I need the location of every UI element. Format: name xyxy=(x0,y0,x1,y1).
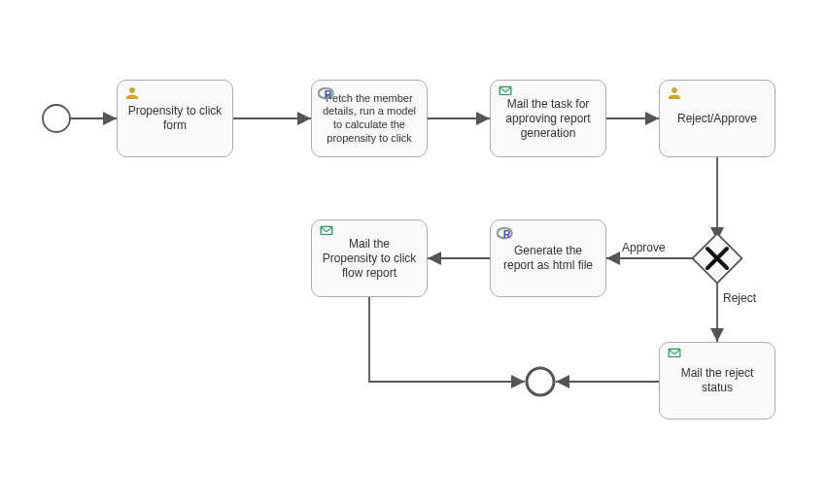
task-fetch-model[interactable]: R Fetch the member details, run a model … xyxy=(311,80,428,157)
svg-text:R: R xyxy=(325,88,332,100)
exclusive-gateway xyxy=(693,234,742,284)
user-icon xyxy=(666,84,683,102)
svg-rect-15 xyxy=(321,226,332,234)
task-label: Propensity to click form xyxy=(125,104,224,133)
svg-text:R: R xyxy=(503,228,511,240)
task-label: Generate the report as html file xyxy=(499,244,598,273)
task-label: Mail the reject status xyxy=(668,366,767,395)
task-generate-report[interactable]: R Generate the report as html file xyxy=(490,219,606,297)
svg-rect-16 xyxy=(669,349,680,356)
task-mail-approval[interactable]: Mail the task for approving report gener… xyxy=(490,80,606,157)
task-label: Mail the Propensity to click flow report xyxy=(320,237,419,281)
r-icon: R xyxy=(318,84,335,102)
edge-label-approve: Approve xyxy=(622,241,666,254)
edge-label-reject: Reject xyxy=(723,291,756,305)
task-reject-approve[interactable]: Reject/Approve xyxy=(659,80,775,157)
mail-icon xyxy=(318,224,335,242)
end-event xyxy=(527,368,554,395)
task-mail-report[interactable]: Mail the Propensity to click flow report xyxy=(311,219,428,297)
task-label: Reject/Approve xyxy=(668,112,767,126)
task-propensity-form[interactable]: Propensity to click form xyxy=(117,80,233,157)
mail-icon xyxy=(666,347,683,364)
user-icon xyxy=(123,84,141,102)
start-event xyxy=(43,105,70,132)
svg-rect-12 xyxy=(500,86,511,94)
mail-icon xyxy=(497,84,514,102)
task-label: Mail the task for approving report gener… xyxy=(499,97,598,141)
task-mail-reject[interactable]: Mail the reject status xyxy=(659,342,775,420)
r-icon: R xyxy=(497,224,514,242)
